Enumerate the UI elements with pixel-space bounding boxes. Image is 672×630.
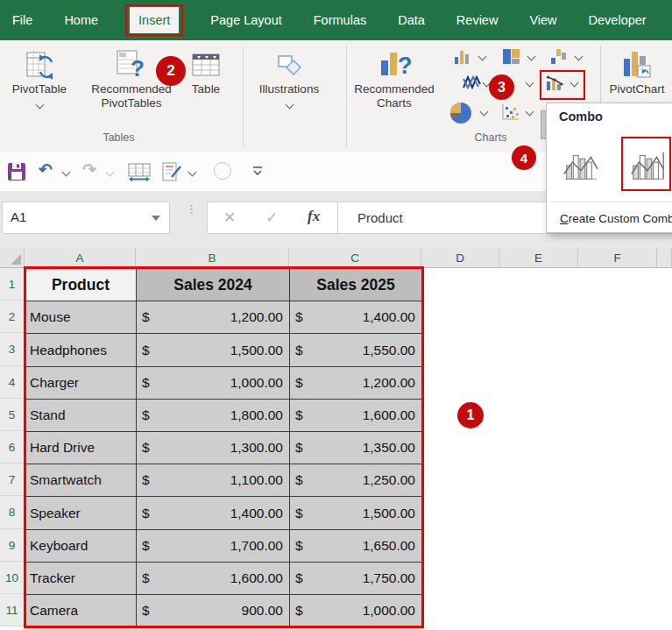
col-header-F[interactable]: F [578, 248, 657, 268]
cell-B7[interactable]: $1,100.00 [136, 464, 290, 497]
column-chart-chevron-icon[interactable] [478, 53, 487, 61]
line-chart-button[interactable] [463, 74, 481, 94]
cell-B9[interactable]: $1,700.00 [136, 529, 290, 563]
col-header-C[interactable]: C [289, 248, 421, 268]
ribbon-tab-bar: File Home Insert Page Layout Formulas Da… [0, 0, 672, 40]
row-header-3[interactable]: 3 [0, 333, 25, 366]
cell-A5[interactable]: Stand [25, 399, 137, 432]
cell-A3[interactable]: Headphones [25, 333, 137, 367]
cell-C3[interactable]: $1,550.00 [289, 333, 422, 367]
cell-B8[interactable]: $1,400.00 [136, 496, 290, 530]
row-header-1[interactable]: 1 [0, 268, 25, 301]
cell-C2[interactable]: $1,400.00 [289, 301, 422, 334]
col-header-partial[interactable] [657, 248, 672, 268]
cell-C1[interactable]: Sales 2025 [289, 268, 422, 301]
cell-C11[interactable]: $1,000.00 [289, 594, 422, 627]
row-header-4[interactable]: 4 [0, 366, 25, 399]
cell-C4[interactable]: $1,200.00 [289, 366, 422, 400]
waterfall-chart-chevron-icon[interactable] [575, 53, 584, 61]
col-header-E[interactable]: E [499, 248, 578, 268]
cell-B2[interactable]: $1,200.00 [136, 301, 290, 334]
table-button[interactable]: Table [181, 47, 230, 96]
cell-B10[interactable]: $1,600.00 [136, 562, 290, 595]
pivottable-button[interactable]: PivotTable [7, 47, 72, 108]
row-header-9[interactable]: 9 [0, 529, 25, 562]
cell-B6[interactable]: $1,300.00 [136, 431, 290, 464]
undo-chevron-icon[interactable] [62, 168, 71, 177]
name-box-chevron-icon[interactable] [152, 216, 160, 221]
row-header-8[interactable]: 8 [0, 496, 25, 529]
cell-B11[interactable]: $900.00 [136, 594, 290, 627]
autofit-columns-button[interactable] [128, 163, 151, 185]
customize-qat-button[interactable] [252, 165, 263, 181]
cell-C7[interactable]: $1,250.00 [289, 464, 422, 497]
pivotchart-button[interactable]: PivotChart [605, 47, 669, 96]
insert-function-icon[interactable]: fx [308, 208, 320, 225]
pie-chart-chevron-icon[interactable] [480, 108, 489, 117]
cell-A9[interactable]: Keyboard [25, 529, 137, 563]
hidden-chart-chevron-icon[interactable] [526, 79, 534, 88]
undo-button[interactable]: ↶ [39, 160, 53, 180]
cell-A10[interactable]: Tracker [25, 562, 137, 595]
cell-C10[interactable]: $1,750.00 [289, 562, 422, 595]
combo-clustered-column-line-option[interactable] [560, 145, 600, 185]
tab-review[interactable]: Review [456, 13, 499, 27]
tab-developer[interactable]: Developer [589, 13, 647, 27]
cell-A7[interactable]: Smartwatch [25, 464, 137, 497]
cell-C8[interactable]: $1,500.00 [289, 496, 422, 530]
cell-A4[interactable]: Charger [25, 366, 137, 400]
col-header-B[interactable]: B [136, 248, 289, 268]
tab-home[interactable]: Home [64, 13, 98, 27]
row-header-7[interactable]: 7 [0, 464, 25, 496]
cell-A1[interactable]: Product [25, 268, 137, 301]
cell-B3[interactable]: $1,500.00 [136, 333, 290, 367]
select-all-corner[interactable] [0, 248, 25, 268]
tab-formulas[interactable]: Formulas [314, 13, 366, 27]
cell-B1[interactable]: Sales 2024 [136, 268, 290, 301]
pie-chart-button[interactable] [449, 102, 472, 128]
cell-A2[interactable]: Mouse [25, 301, 137, 334]
record-circle-icon[interactable] [214, 162, 231, 180]
row-header-5[interactable]: 5 [0, 399, 25, 431]
save-button[interactable] [7, 162, 26, 185]
scatter-chart-chevron-icon[interactable] [526, 108, 534, 117]
row-header-11[interactable]: 11 [0, 594, 25, 626]
enter-icon[interactable]: ✓ [265, 209, 278, 227]
col-header-D[interactable]: D [421, 248, 499, 268]
tab-view[interactable]: View [529, 13, 556, 27]
scatter-chart-button[interactable] [501, 103, 520, 124]
create-custom-combo-item[interactable]: Create Custom Combo Chart... [547, 205, 672, 231]
cell-C6[interactable]: $1,350.00 [289, 431, 422, 464]
recommended-charts-icon: ? [378, 47, 411, 82]
redo-button[interactable]: ↷ [82, 160, 96, 180]
cell-B5[interactable]: $1,800.00 [136, 399, 290, 432]
amount-value: 1,700.00 [230, 538, 283, 554]
tab-data[interactable]: Data [398, 13, 425, 27]
tab-file[interactable]: File [12, 13, 32, 27]
form-edit-chevron-icon[interactable] [188, 168, 197, 177]
tab-insert[interactable]: Insert [130, 7, 179, 33]
cell-C5[interactable]: $1,600.00 [289, 399, 422, 432]
name-box[interactable]: A1 [2, 202, 170, 234]
treemap-chart-button[interactable] [503, 49, 520, 67]
cell-A8[interactable]: Speaker [25, 496, 137, 530]
combo-chart-chevron-icon[interactable] [570, 79, 579, 88]
cell-C9[interactable]: $1,650.00 [289, 529, 422, 563]
cancel-icon[interactable]: ✕ [223, 209, 236, 227]
waterfall-chart-button[interactable] [551, 49, 568, 67]
row-header-10[interactable]: 10 [0, 562, 25, 594]
col-header-A[interactable]: A [25, 248, 136, 268]
cell-A6[interactable]: Hard Drive [25, 431, 137, 464]
treemap-chart-chevron-icon[interactable] [527, 53, 536, 61]
column-chart-button[interactable] [455, 49, 471, 67]
cell-B4[interactable]: $1,000.00 [136, 366, 290, 400]
form-edit-button[interactable] [161, 162, 182, 185]
recommended-charts-button[interactable]: ? Recommended Charts [349, 47, 440, 110]
combo-clustered-column-line-secondary-axis-option[interactable] [627, 145, 668, 185]
resize-dots-icon[interactable]: ⋮ [186, 205, 197, 213]
row-header-6[interactable]: 6 [0, 431, 25, 464]
row-header-2[interactable]: 2 [0, 301, 25, 333]
tab-page-layout[interactable]: Page Layout [210, 13, 281, 27]
illustrations-button[interactable]: Illustrations [245, 47, 333, 108]
cell-A11[interactable]: Camera [25, 594, 137, 627]
